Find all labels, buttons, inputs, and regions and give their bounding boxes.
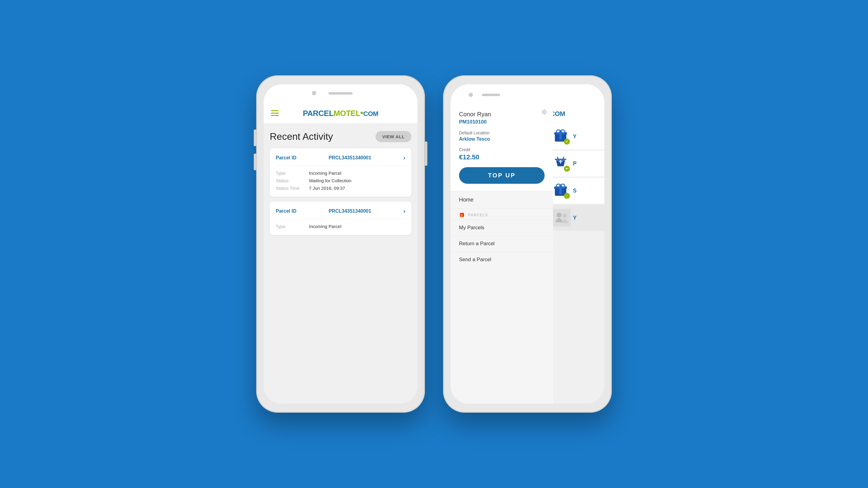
nav-item-send-parcel[interactable]: Send a Parcel — [451, 252, 553, 267]
main-content: Recent Activity VIEW ALL Parcel ID PRCL3… — [264, 124, 417, 404]
gift-arrow-icon-wrapper: → — [553, 182, 570, 199]
svg-point-11 — [563, 214, 567, 218]
right-icon-panel: ✓ Y — [550, 124, 604, 231]
people-svg — [554, 210, 570, 226]
type-value-2: Incoming Parcel — [309, 224, 341, 229]
people-icon-wrapper — [553, 209, 570, 227]
parcel-id-row-1[interactable]: Parcel ID PRCL34351340001 › — [276, 154, 405, 166]
type-label-1: Type — [276, 170, 309, 175]
parcels-section-header: 🎁 PARCELS — [451, 208, 553, 220]
gift-arrow-card[interactable]: → S — [550, 178, 604, 204]
type-value-1: Incoming Parcel — [309, 170, 341, 175]
app-header: ParcelMotel•com — [264, 102, 417, 124]
nav-item-return-parcel[interactable]: Return a Parcel — [451, 235, 553, 252]
basket-return-icon-wrapper: ↩ — [553, 155, 570, 172]
status-label-1: Status — [276, 178, 309, 183]
basket-return-card[interactable]: ↩ P — [550, 151, 604, 177]
power-button[interactable] — [425, 141, 427, 166]
chevron-right-icon-2: › — [403, 207, 405, 215]
people-text: Y — [573, 215, 577, 221]
location-value: Arklow Tesco — [459, 136, 545, 142]
nav-item-home[interactable]: Home — [451, 191, 553, 208]
sidebar-speaker — [482, 94, 500, 96]
hamburger-line-1 — [271, 110, 279, 111]
nav-menu: Home 🎁 PARCELS My Parcels Return a Parce… — [451, 191, 553, 404]
gift-arrow-text: S — [573, 188, 577, 194]
logo-dot: • — [360, 108, 363, 118]
parcel-card-2[interactable]: Parcel ID PRCL34351340001 › Type Incomin… — [270, 201, 411, 235]
sidebar-overlay: ⚙ Conor Ryan PM1010100 Default Location … — [451, 84, 553, 404]
hamburger-line-3 — [271, 115, 279, 116]
status-time-label-1: Status Time — [276, 186, 309, 191]
settings-gear-icon[interactable]: ⚙ — [541, 108, 547, 116]
user-id: PM1010100 — [459, 119, 545, 125]
gift-check-text: Y — [573, 133, 577, 140]
top-up-button[interactable]: TOP UP — [459, 167, 545, 184]
logo-parcel-text: Parcel — [303, 109, 334, 118]
logo-com-text: com — [363, 110, 378, 118]
user-name: Conor Ryan — [459, 111, 545, 118]
volume-up-button[interactable] — [254, 130, 256, 146]
phone-1: ParcelMotel•com Recent Activity VIEW ALL… — [256, 75, 425, 413]
type-label-2: Type — [276, 224, 309, 229]
status-row-1: Status Waiting for Collection — [276, 178, 405, 183]
parcels-section-label: PARCELS — [468, 213, 488, 217]
volume-down-button[interactable] — [254, 154, 256, 170]
parcel-details-1: Type Incoming Parcel Status Waiting for … — [276, 170, 405, 191]
app-logo: ParcelMotel•com — [303, 108, 378, 118]
phone-2: ParcelMotel•com — [443, 75, 612, 413]
arrow-badge: → — [564, 193, 570, 199]
credit-label: Credit — [459, 147, 545, 152]
status-time-value-1: 7 Jun 2016, 09:37 — [309, 186, 345, 191]
section-title: Recent Activity — [270, 131, 333, 142]
nav-item-my-parcels[interactable]: My Parcels — [451, 220, 553, 235]
phone-1-screen: ParcelMotel•com Recent Activity VIEW ALL… — [264, 84, 417, 404]
speaker — [329, 92, 352, 95]
sidebar-top-bar — [451, 84, 553, 102]
status-time-row-1: Status Time 7 Jun 2016, 09:37 — [276, 186, 405, 191]
screen-content: Recent Activity VIEW ALL Parcel ID PRCL3… — [264, 124, 417, 404]
front-camera — [312, 91, 316, 95]
section-header: Recent Activity VIEW ALL — [270, 131, 411, 142]
status-value-1: Waiting for Collection — [309, 178, 351, 183]
check-badge: ✓ — [564, 138, 570, 144]
parcel-id-label-2: Parcel ID — [276, 208, 296, 214]
view-all-button[interactable]: VIEW ALL — [375, 131, 411, 142]
sidebar-camera — [469, 93, 473, 97]
user-profile-card: ⚙ Conor Ryan PM1010100 Default Location … — [451, 102, 553, 191]
parcel-id-value-2: PRCL34351340001 — [329, 208, 371, 214]
gift-check-icon-wrapper: ✓ — [553, 128, 570, 145]
type-row-2: Type Incoming Parcel — [276, 224, 405, 229]
parcel-id-label-1: Parcel ID — [276, 155, 296, 161]
gift-check-card[interactable]: ✓ Y — [550, 124, 604, 150]
return-badge: ↩ — [564, 166, 570, 172]
hamburger-line-2 — [271, 113, 279, 113]
parcel-card-1[interactable]: Parcel ID PRCL34351340001 › Type Incomin… — [270, 148, 411, 197]
type-row-1: Type Incoming Parcel — [276, 170, 405, 175]
parcel-id-row-2[interactable]: Parcel ID PRCL34351340001 › — [276, 207, 405, 219]
parcel-id-value-1: PRCL34351340001 — [329, 155, 371, 161]
parcel-details-2: Type Incoming Parcel — [276, 224, 405, 229]
credit-value: €12.50 — [459, 153, 545, 161]
chevron-right-icon-1: › — [403, 154, 405, 161]
people-card[interactable]: Y — [550, 205, 604, 231]
hamburger-menu-button[interactable] — [271, 110, 279, 116]
phones-container: ParcelMotel•com Recent Activity VIEW ALL… — [0, 0, 868, 488]
parcels-section-icon: 🎁 — [459, 213, 465, 218]
phone-top-bar — [264, 84, 417, 102]
phone-2-container: ParcelMotel•com — [443, 75, 612, 413]
basket-return-text: P — [573, 161, 577, 167]
default-location-label: Default Location — [459, 130, 545, 135]
logo-motel-text: Motel — [334, 109, 361, 118]
svg-point-10 — [557, 213, 561, 218]
